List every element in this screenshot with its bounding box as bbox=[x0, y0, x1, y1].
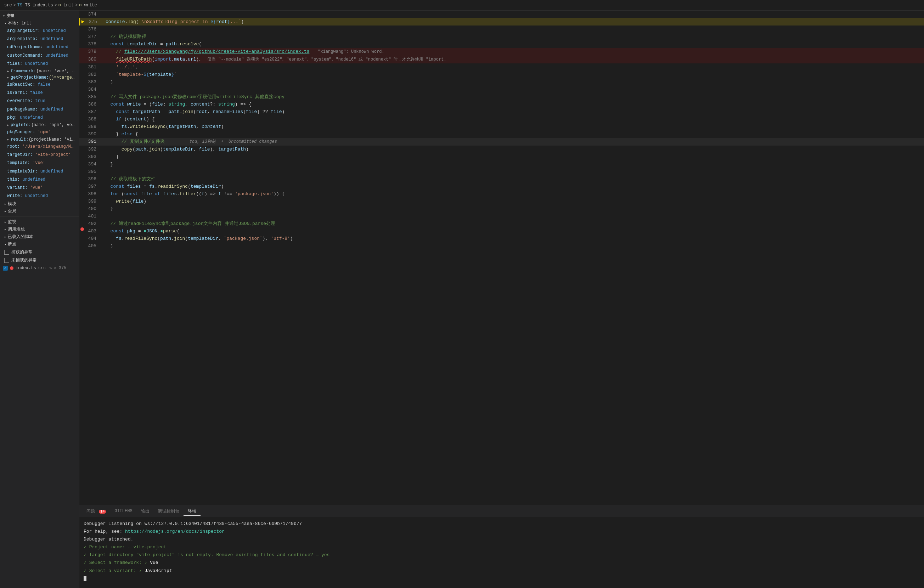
table-row: 388 if (content) { bbox=[79, 115, 924, 123]
line-content-405: ) bbox=[102, 242, 924, 250]
table-row: 384 bbox=[79, 86, 924, 93]
variables-header[interactable]: ▾ 变量 bbox=[0, 12, 79, 20]
var-result-expandable[interactable]: ▸ result: {projectName: 'vi… bbox=[0, 137, 79, 143]
table-row: 398 for (const file of files.filter((f) … bbox=[79, 190, 924, 198]
table-row: 403 const pkg = ●JSON.●parse( bbox=[79, 227, 924, 235]
debug-arrow-icon: ▶ bbox=[81, 18, 84, 25]
debug-controls: ▸ 监视 ▸ 调用堆栈 ▸ 已载入的脚本 ▾ 断点 捕获的异常 未捕获的异常 bbox=[0, 216, 79, 273]
code-lines[interactable]: 374 ▶ 375 console.log(`\nScaffolding pro… bbox=[79, 11, 924, 505]
table-row: 379 // file:///Users/xiangwang/My/github… bbox=[79, 48, 924, 56]
line-content-381: '../..', bbox=[102, 63, 924, 71]
line-num-400: 400 bbox=[85, 205, 102, 212]
line-content-390: } else { bbox=[102, 130, 924, 138]
breakpoint-src: src bbox=[38, 266, 46, 271]
breakpoint-dot-403 bbox=[81, 227, 84, 231]
capture-uncaught-checkbox[interactable]: 未捕获的异常 bbox=[0, 256, 79, 264]
var-isYarn1: isYarn1: false bbox=[0, 89, 79, 97]
var-argTemplate: argTemplate: undefined bbox=[0, 35, 79, 43]
breadcrumb-write[interactable]: ⊙ write bbox=[79, 2, 97, 8]
problems-badge: 14 bbox=[99, 510, 106, 514]
capture-exceptions-box[interactable] bbox=[4, 250, 9, 255]
breadcrumb-src[interactable]: src bbox=[4, 3, 12, 8]
var-pkgInfo-expandable[interactable]: ▸ pkgInfo: {name: 'npm', ve… bbox=[0, 122, 79, 128]
breakpoint-filename: index.ts bbox=[16, 266, 36, 271]
table-row: 376 bbox=[79, 25, 924, 33]
table-row: 393 } bbox=[79, 153, 924, 160]
terminal-cursor bbox=[84, 576, 86, 581]
var-variant: variant: 'vue' bbox=[0, 184, 79, 192]
line-num-403: 403 bbox=[85, 227, 102, 235]
editor-area: 374 ▶ 375 console.log(`\nScaffolding pro… bbox=[79, 11, 924, 588]
table-row: 404 fs.readFileSync(path.join(templateDi… bbox=[79, 235, 924, 242]
breakpoint-item[interactable]: index.ts src ✎ ✕ 375 bbox=[0, 264, 79, 272]
tab-terminal[interactable]: 终端 bbox=[183, 507, 201, 516]
line-num-389: 389 bbox=[85, 123, 102, 130]
line-num-374: 374 bbox=[85, 11, 102, 18]
line-content-386: const write = (file: string, content?: s… bbox=[102, 100, 924, 108]
table-row: 391 // 复制文件/文件夹 You, 13秒前 • Uncommitted … bbox=[79, 138, 924, 146]
loaded-scripts-header[interactable]: ▸ 已载入的脚本 bbox=[0, 233, 79, 240]
line-num-377: 377 bbox=[85, 33, 102, 40]
terminal-line: ✓ Select a variant: › JavaScript bbox=[84, 567, 920, 575]
line-content-389: fs.writeFileSync(targetPath, content) bbox=[102, 123, 924, 130]
line-num-397: 397 bbox=[85, 183, 102, 190]
line-num-378: 378 bbox=[85, 40, 102, 48]
var-cdProjectName: cdProjectName: undefined bbox=[0, 43, 79, 51]
breakpoint-edit-icon[interactable]: ✎ bbox=[49, 265, 52, 271]
capture-exceptions-checkbox[interactable]: 捕获的异常 bbox=[0, 248, 79, 256]
line-num-382: 382 bbox=[85, 71, 102, 78]
var-customCommand: customCommand: undefined bbox=[0, 52, 79, 60]
breakpoint-checkbox[interactable] bbox=[3, 266, 8, 271]
table-row: 378 const templateDir = path.resolve( bbox=[79, 40, 924, 48]
debug-icon-403 bbox=[79, 227, 85, 231]
debug-icon-375: ▶ bbox=[80, 18, 86, 25]
breadcrumb-ts-file[interactable]: TS TS index.ts bbox=[17, 3, 53, 8]
callstack-header[interactable]: ▸ 调用堆栈 bbox=[0, 226, 79, 233]
terminal-line: Debugger attached. bbox=[84, 535, 920, 544]
monitor-header[interactable]: ▸ 监视 bbox=[0, 218, 79, 226]
global-header[interactable]: ▸ 全局 bbox=[0, 208, 79, 215]
tab-problems[interactable]: 问题 14 bbox=[82, 507, 110, 516]
breadcrumb: src > TS TS index.ts > ⊙ init > ⊙ write bbox=[0, 0, 924, 11]
line-content-404: fs.readFileSync(path.join(templateDir, `… bbox=[102, 235, 924, 242]
tab-debug-console[interactable]: 调试控制台 bbox=[154, 507, 183, 516]
var-templateDir: templateDir: undefined bbox=[0, 168, 79, 176]
modules-header[interactable]: ▸ 模块 bbox=[0, 200, 79, 208]
line-num-404: 404 bbox=[85, 235, 102, 242]
var-template: template: 'vue' bbox=[0, 159, 79, 167]
terminal-line: For help, see: https://nodejs.org/en/doc… bbox=[84, 528, 920, 535]
terminal-panel[interactable]: Debugger listening on ws://127.0.0.1:634… bbox=[79, 517, 924, 588]
breakpoints-header[interactable]: ▾ 断点 bbox=[0, 240, 79, 248]
var-packageName: packageName: undefined bbox=[0, 105, 79, 114]
terminal-cursor-line bbox=[84, 575, 920, 583]
tab-gitlens[interactable]: GITLENS bbox=[110, 507, 136, 515]
line-content-375: console.log(`\nScaffolding project in ${… bbox=[103, 18, 924, 25]
tab-output[interactable]: 输出 bbox=[137, 507, 154, 516]
sidebar: ▾ 变量 ▾ 本地: init argTargetDir: undefined … bbox=[0, 11, 79, 588]
table-row: 396 // 获取模板下的文件 bbox=[79, 175, 924, 183]
line-num-384: 384 bbox=[85, 86, 102, 93]
main-area: ▾ 变量 ▾ 本地: init argTargetDir: undefined … bbox=[0, 11, 924, 588]
capture-uncaught-box[interactable] bbox=[4, 258, 9, 263]
line-content-400: } bbox=[102, 205, 924, 212]
line-content-382: `template-${template}` bbox=[102, 71, 924, 78]
var-getProjectName-expandable[interactable]: ▸ getProjectName: ()=>targe… bbox=[0, 74, 79, 81]
line-num-375: 375 bbox=[86, 18, 103, 25]
breakpoint-close-icon[interactable]: ✕ bbox=[54, 265, 56, 271]
line-content-388: if (content) { bbox=[102, 115, 924, 123]
table-row: 383 ) bbox=[79, 78, 924, 86]
line-num-391: 391 bbox=[85, 138, 102, 145]
line-content-387: const targetPath = path.join(root, renam… bbox=[102, 108, 924, 115]
var-isReactSwc: isReactSwc: false bbox=[0, 81, 79, 89]
breadcrumb-init[interactable]: ⊙ init bbox=[58, 2, 74, 8]
table-row: 385 // 写入文件 package.json要修改name字段使用write… bbox=[79, 93, 924, 100]
line-content-391: // 复制文件/文件夹 You, 13秒前 • Uncommitted chan… bbox=[102, 138, 924, 146]
line-num-395: 395 bbox=[85, 168, 102, 175]
line-content-392: copy(path.join(templateDir, file), targe… bbox=[102, 146, 924, 153]
line-content-403: const pkg = ●JSON.●parse( bbox=[102, 227, 924, 235]
table-row: 380 fileURLToPath(import.meta.url),仅当 "-… bbox=[79, 56, 924, 63]
local-group-header[interactable]: ▾ 本地: init bbox=[0, 20, 79, 27]
var-framework-expandable[interactable]: ▸ framework: {name: 'vue', … bbox=[0, 68, 79, 74]
line-content-399: write(file) bbox=[102, 198, 924, 205]
terminal-line: ✓ Project name: … vite-project bbox=[84, 544, 920, 551]
